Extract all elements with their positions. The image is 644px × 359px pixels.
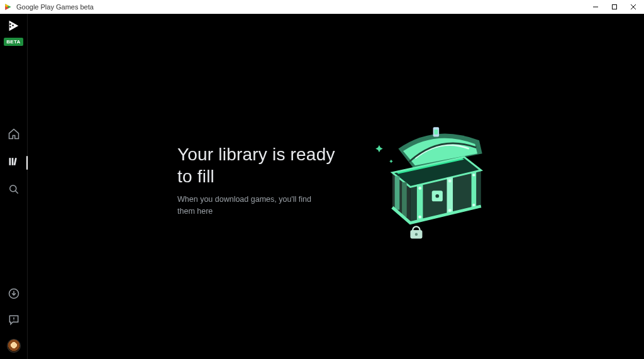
- svg-point-22: [472, 203, 475, 206]
- treasure-chest-illustration: [362, 118, 494, 243]
- close-button[interactable]: [624, 0, 643, 14]
- minimize-button[interactable]: [586, 0, 605, 14]
- svg-point-21: [472, 174, 475, 176]
- maximize-button[interactable]: [605, 0, 624, 14]
- svg-rect-16: [435, 130, 438, 135]
- svg-point-17: [418, 187, 421, 190]
- nav-feedback[interactable]: [7, 312, 21, 330]
- window-title: Google Play Games beta: [16, 3, 94, 11]
- nav-library[interactable]: [0, 154, 27, 172]
- profile-avatar[interactable]: [7, 339, 21, 353]
- svg-rect-7: [9, 158, 11, 165]
- empty-subtext: When you download games, you'll find the…: [177, 194, 316, 218]
- library-icon: [8, 155, 20, 170]
- play-games-brand-icon[interactable]: [6, 19, 20, 33]
- svg-rect-1: [613, 5, 617, 9]
- svg-point-6: [10, 26, 12, 28]
- app-shell: BETA: [0, 14, 644, 359]
- svg-point-10: [9, 185, 16, 192]
- main-content: Your library is ready to fill When you d…: [28, 14, 644, 359]
- svg-point-18: [418, 215, 421, 218]
- svg-point-4: [10, 23, 12, 25]
- empty-library-state: Your library is ready to fill When you d…: [177, 118, 494, 243]
- home-icon: [8, 128, 20, 143]
- svg-point-19: [448, 179, 452, 182]
- download-icon: [8, 287, 20, 302]
- svg-point-24: [435, 194, 439, 197]
- empty-heading: Your library is ready to fill: [177, 143, 347, 187]
- svg-line-11: [15, 191, 18, 194]
- svg-point-14: [13, 321, 14, 321]
- nav-home[interactable]: [0, 126, 27, 144]
- nav-search[interactable]: [0, 182, 27, 199]
- svg-point-26: [415, 233, 418, 235]
- search-icon: [8, 183, 20, 198]
- sidebar: BETA: [0, 14, 28, 359]
- titlebar: Google Play Games beta: [0, 0, 644, 14]
- svg-point-5: [13, 25, 14, 26]
- feedback-icon: [8, 314, 20, 329]
- svg-point-20: [448, 209, 452, 212]
- svg-rect-9: [13, 158, 16, 165]
- beta-badge: BETA: [4, 38, 23, 46]
- nav-downloads[interactable]: [7, 286, 21, 304]
- play-games-logo-icon: [4, 3, 13, 11]
- svg-rect-8: [11, 158, 13, 165]
